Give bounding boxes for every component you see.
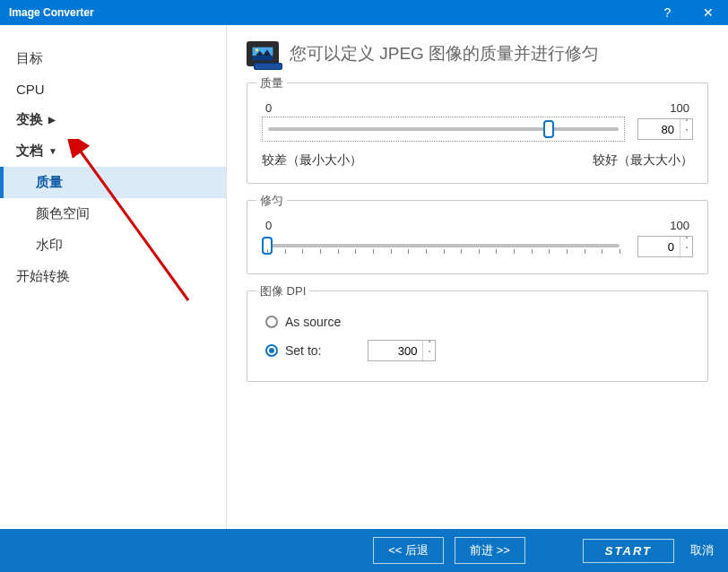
quality-slider-rail bbox=[268, 127, 619, 131]
dpi-set-to-row[interactable]: Set to: ˄˅ bbox=[262, 334, 693, 367]
sidebar-sub-watermark[interactable]: 水印 bbox=[0, 230, 226, 261]
dpi-input[interactable] bbox=[368, 344, 422, 358]
quality-max-label: 100 bbox=[670, 101, 689, 115]
close-icon[interactable]: ✕ bbox=[688, 0, 728, 25]
page-title: 您可以定义 JPEG 图像的质量并进行修匀 bbox=[290, 42, 599, 65]
quality-low-legend: 较差（最小大小） bbox=[262, 152, 362, 169]
dpi-set-to-label: Set to: bbox=[285, 343, 321, 358]
dpi-as-source-row[interactable]: As source bbox=[262, 309, 693, 334]
image-icon bbox=[247, 41, 279, 66]
smooth-spinner[interactable]: ˄˅ bbox=[637, 236, 693, 257]
sidebar: 目标 CPU 变换▶ 文档▼ 质量 颜色空间 水印 开始转换 bbox=[0, 25, 227, 529]
quality-down-icon[interactable]: ˅ bbox=[680, 129, 692, 139]
dpi-down-icon[interactable]: ˅ bbox=[423, 351, 435, 360]
sidebar-item-document[interactable]: 文档▼ bbox=[0, 135, 226, 167]
main-panel: 您可以定义 JPEG 图像的质量并进行修匀 质量 0 100 bbox=[227, 25, 728, 529]
smooth-group: 修匀 0 100 ˄˅ bbox=[247, 200, 708, 274]
dpi-spinner[interactable]: ˄˅ bbox=[368, 340, 436, 361]
sidebar-item-transform[interactable]: 变换▶ bbox=[0, 104, 226, 135]
sidebar-sub-quality[interactable]: 质量 bbox=[0, 167, 226, 198]
chevron-right-icon: ▶ bbox=[48, 115, 56, 125]
sidebar-sub-color-space[interactable]: 颜色空间 bbox=[0, 198, 226, 230]
svg-point-4 bbox=[256, 48, 258, 51]
dpi-group-title: 图像 DPI bbox=[256, 283, 309, 299]
back-button[interactable]: << 后退 bbox=[373, 537, 444, 564]
footer: << 后退 前进 >> START 取消 bbox=[0, 529, 728, 572]
quality-spinner[interactable]: ˄˅ bbox=[637, 118, 693, 140]
cancel-button[interactable]: 取消 bbox=[690, 542, 714, 559]
smooth-group-title: 修匀 bbox=[256, 193, 287, 209]
sidebar-item-start[interactable]: 开始转换 bbox=[0, 261, 226, 292]
smooth-min-label: 0 bbox=[265, 219, 272, 232]
sidebar-item-cpu[interactable]: CPU bbox=[0, 74, 226, 104]
next-button[interactable]: 前进 >> bbox=[455, 537, 525, 564]
smooth-max-label: 100 bbox=[670, 219, 689, 232]
chevron-down-icon: ▼ bbox=[48, 146, 57, 156]
radio-checked-icon[interactable] bbox=[265, 344, 278, 357]
quality-group-title: 质量 bbox=[256, 75, 287, 91]
radio-icon[interactable] bbox=[265, 316, 278, 328]
quality-high-legend: 较好（最大大小） bbox=[593, 152, 693, 169]
quality-group: 质量 0 100 ˄˅ 较差（ bbox=[247, 82, 708, 184]
smooth-down-icon[interactable]: ˅ bbox=[680, 247, 692, 256]
sidebar-item-target[interactable]: 目标 bbox=[0, 43, 226, 74]
start-button[interactable]: START bbox=[583, 539, 674, 563]
help-icon[interactable]: ? bbox=[647, 0, 688, 25]
window-title: Image Converter bbox=[0, 6, 647, 19]
quality-input[interactable] bbox=[638, 123, 680, 136]
dpi-as-source-label: As source bbox=[285, 315, 341, 329]
dpi-group: 图像 DPI As source Set to: ˄˅ bbox=[247, 290, 708, 382]
svg-rect-5 bbox=[253, 56, 273, 60]
quality-min-label: 0 bbox=[265, 101, 272, 115]
smooth-slider-rail bbox=[267, 244, 620, 247]
quality-slider-thumb[interactable] bbox=[543, 120, 554, 138]
smooth-input[interactable] bbox=[638, 240, 680, 254]
